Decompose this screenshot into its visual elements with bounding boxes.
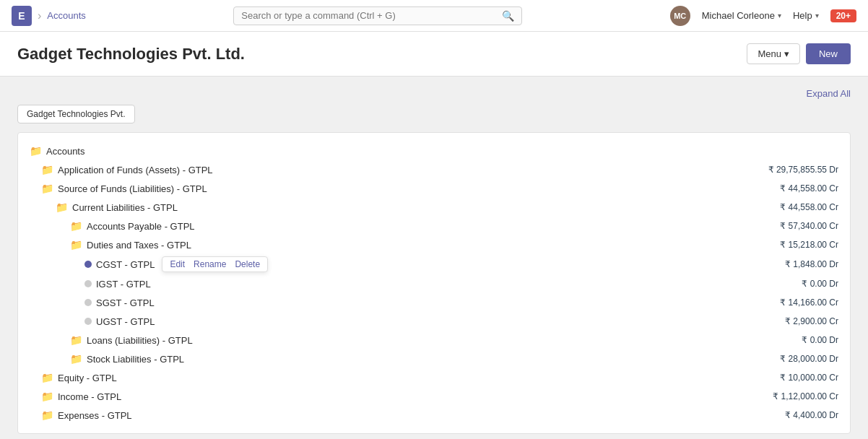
tree-row-amount: ₹ 57,340.00 Cr [780,221,838,231]
tree-row[interactable]: 📁 Current Liabilities - GTPL ₹ 44,558.00… [18,198,850,217]
breadcrumb-separator: › [38,9,41,22]
rename-button[interactable]: Rename [191,258,229,270]
new-button[interactable]: New [806,43,851,64]
tree-row-label: IGST - GTPL [96,279,151,290]
tree-row[interactable]: 📁 Accounts Payable - GTPL ₹ 57,340.00 Cr [18,217,850,235]
tree-row[interactable]: 📁 Expenses - GTPL ₹ 4,400.00 Dr [18,406,850,425]
avatar: MC [670,6,690,26]
app-icon[interactable]: E [12,6,32,26]
edit-button[interactable]: Edit [167,258,188,270]
folder-icon: 📁 [41,409,53,421]
tree-row-label: Source of Funds (Liabilities) - GTPL [58,183,207,194]
tree-row-label: Accounts [46,146,84,157]
menu-caret-icon: ▾ [784,48,789,59]
header-actions: Menu ▾ New [747,43,851,64]
folder-icon: 📁 [70,334,82,346]
tree-row-label: UGST - GTPL [96,316,155,327]
folder-icon: 📁 [41,372,53,383]
tree-row-amount: ₹ 10,000.00 Cr [780,373,838,383]
tree-row[interactable]: UGST - GTPL ₹ 2,900.00 Cr [18,312,850,331]
tree-row[interactable]: 📁 Loans (Liabilities) - GTPL ₹ 0.00 Dr [18,331,850,349]
tree-row-label: Equity - GTPL [58,373,117,383]
tree-row-amount: ₹ 15,218.00 Cr [780,240,838,250]
expand-bar: Expand All [17,88,851,99]
company-filter[interactable]: Gadget Technologies Pvt. [17,105,135,123]
search-input[interactable] [241,10,502,21]
folder-icon: 📁 [41,391,53,402]
menu-button[interactable]: Menu ▾ [747,43,800,64]
folder-icon: 📁 [56,201,68,213]
active-dot-icon [84,261,92,268]
tree-row-label: SGST - GTPL [96,297,155,308]
tree-row[interactable]: IGST - GTPL ₹ 0.00 Dr [18,274,850,293]
page-title: Gadget Technologies Pvt. Ltd. [17,45,245,64]
tree-row-label: Stock Liabilities - GTPL [87,354,184,365]
tree-row-amount: ₹ 1,848.00 Dr [785,259,838,269]
topnav: E › Accounts 🔍 MC Michael Corleone ▾ Hel… [0,0,868,32]
delete-button[interactable]: Delete [232,258,263,270]
tree-row[interactable]: 📁 Duties and Taxes - GTPL ₹ 15,218.00 Cr [18,235,850,254]
user-dropdown-caret: ▾ [778,12,781,19]
tree-row-label: Duties and Taxes - GTPL [87,240,191,251]
tree-row-amount: ₹ 0.00 Dr [802,279,838,289]
folder-icon: 📁 [70,353,82,365]
tree-row-label: Loans (Liabilities) - GTPL [87,335,193,346]
tree-row-label: Expenses - GTPL [58,410,132,421]
tree-row[interactable]: 📁 Income - GTPL ₹ 1,12,000.00 Cr [18,387,850,406]
tree-row-label: CGST - GTPL [96,259,155,270]
inactive-dot-icon [84,318,92,325]
page-header: Gadget Technologies Pvt. Ltd. Menu ▾ New [0,32,868,77]
accounts-tree: 📁 Accounts 📁 Application of Funds (Asset… [17,132,851,434]
tree-row[interactable]: 📁 Application of Funds (Assets) - GTPL ₹… [18,160,850,179]
tree-row-amount: ₹ 44,558.00 Cr [780,183,838,194]
tree-row-amount: ₹ 44,558.00 Cr [780,202,838,212]
tree-row[interactable]: SGST - GTPL ₹ 14,166.00 Cr [18,293,850,312]
folder-icon: 📁 [41,164,53,175]
tree-row-amount: ₹ 2,900.00 Cr [785,316,838,326]
tree-row[interactable]: 📁 Accounts [18,142,850,160]
tree-row[interactable]: 📁 Equity - GTPL ₹ 10,000.00 Cr [18,368,850,387]
folder-icon: 📁 [41,183,53,194]
tree-row-amount: ₹ 4,400.00 Dr [785,410,838,420]
tree-row-label: Application of Funds (Assets) - GTPL [58,165,213,175]
notification-badge[interactable]: 20+ [830,9,856,22]
search-icon: 🔍 [502,10,514,22]
tree-row-amount: ₹ 14,166.00 Cr [780,297,838,308]
search-box[interactable]: 🔍 [233,6,522,25]
inactive-dot-icon [84,299,92,306]
inactive-dot-icon [84,280,92,287]
tree-row[interactable]: 📁 Source of Funds (Liabilities) - GTPL ₹… [18,179,850,198]
context-menu: Edit Rename Delete [162,256,268,272]
user-name[interactable]: Michael Corleone ▾ [702,10,781,21]
tree-row-label: Accounts Payable - GTPL [87,221,195,232]
help-link[interactable]: Help ▾ [793,10,819,21]
content-area: Expand All Gadget Technologies Pvt. 📁 Ac… [0,77,868,439]
tree-row-label: Current Liabilities - GTPL [72,202,178,213]
tree-row-label: Income - GTPL [58,391,121,402]
folder-icon: 📁 [30,145,42,157]
expand-all-button[interactable]: Expand All [807,88,851,99]
tree-row-amount: ₹ 0.00 Dr [802,335,838,345]
folder-icon: 📁 [70,220,82,232]
breadcrumb[interactable]: Accounts [47,10,85,21]
tree-row-cgst[interactable]: CGST - GTPL Edit Rename Delete ₹ 1,848.0… [18,254,850,274]
help-dropdown-caret: ▾ [815,12,819,19]
folder-icon: 📁 [70,239,82,251]
tree-row-amount: ₹ 29,75,855.55 Dr [768,165,838,175]
tree-row-amount: ₹ 28,000.00 Dr [780,354,838,364]
tree-row-amount: ₹ 1,12,000.00 Cr [773,391,838,401]
tree-row[interactable]: 📁 Stock Liabilities - GTPL ₹ 28,000.00 D… [18,349,850,368]
user-area: MC Michael Corleone ▾ Help ▾ 20+ [670,6,856,26]
